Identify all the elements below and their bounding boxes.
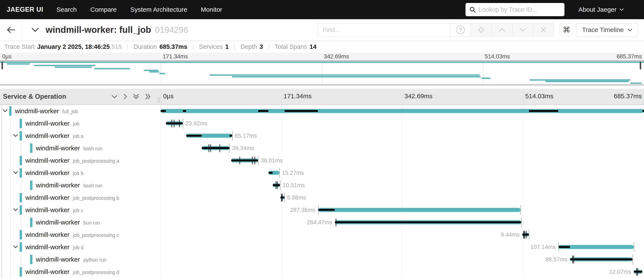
span-row[interactable]: windmill-workerjob a 65.17ms	[0, 130, 644, 142]
minimap-right-scrubber-handle[interactable]	[640, 62, 641, 69]
span-row-track[interactable]: 9.44ms	[160, 228, 644, 241]
trace-id-search-input[interactable]	[479, 6, 560, 13]
span-boundary-marker	[558, 242, 559, 252]
span-row-track[interactable]: 12.07ms	[160, 266, 644, 278]
duration-label: Duration	[134, 43, 157, 50]
span-row-track[interactable]: 65.17ms	[160, 130, 644, 142]
find-help-button[interactable]: ?	[450, 23, 470, 36]
span-expand-chevron-icon[interactable]	[13, 171, 18, 174]
nav-item-system-architecture[interactable]: System Architecture	[130, 6, 187, 13]
span-bar[interactable]	[160, 109, 644, 113]
expand-all-icon[interactable]	[145, 94, 151, 100]
span-row-track[interactable]: 39.34ms	[160, 142, 644, 154]
nav-item-compare[interactable]: Compare	[90, 6, 117, 13]
span-row[interactable]: windmill-workerbash run 10.51ms	[0, 179, 644, 192]
find-input[interactable]	[318, 23, 450, 36]
span-row[interactable]: windmill-workerfull_job 685.37ms	[0, 105, 644, 117]
span-row-track[interactable]: 107.14ms	[160, 241, 644, 253]
span-row-sidebar[interactable]: windmill-workerjob	[0, 117, 160, 130]
span-row-sidebar[interactable]: windmill-workerjob_postprocessing b	[0, 192, 160, 204]
nav-item-search[interactable]: Search	[56, 6, 77, 13]
span-row-sidebar[interactable]: windmill-workerjob d	[0, 241, 160, 253]
trace-view-selector[interactable]: Trace Timeline	[576, 23, 638, 36]
nav-item-monitor[interactable]: Monitor	[201, 6, 222, 13]
span-log-tick	[281, 194, 282, 202]
span-row[interactable]: windmill-workerjob_postprocessing a 38.0…	[0, 154, 644, 167]
total-spans-label: Total Spans	[275, 43, 307, 50]
span-bar[interactable]	[318, 208, 521, 212]
span-row-sidebar[interactable]: windmill-workerjob c	[0, 204, 160, 216]
span-row-track[interactable]: 15.27ms	[160, 167, 644, 179]
span-log-tick	[210, 144, 211, 152]
span-row-track[interactable]: 5.88ms	[160, 192, 644, 204]
span-log-tick	[336, 218, 336, 226]
close-icon	[541, 27, 546, 32]
critical-path-segment	[634, 271, 642, 273]
span-log-tick	[526, 231, 526, 238]
app-brand[interactable]: JAEGER UI	[6, 6, 43, 14]
span-row[interactable]: windmill-workerbun run 264.47ms	[0, 216, 644, 228]
span-row-track[interactable]: 88.57ms	[160, 253, 644, 266]
span-row-sidebar[interactable]: windmill-workerbun run	[0, 216, 160, 228]
span-expand-chevron-icon[interactable]	[2, 109, 8, 112]
span-color-accent	[20, 193, 22, 202]
span-row-track[interactable]: 685.37ms	[160, 105, 644, 117]
minimap-tick-label: 685.37ms	[616, 53, 642, 60]
minimap-left-scrubber-handle[interactable]	[2, 62, 3, 69]
span-row-sidebar[interactable]: windmill-workerjob_postprocessing a	[0, 154, 160, 167]
minimap-span-bar	[94, 68, 130, 69]
find-locate-button[interactable]	[470, 23, 491, 36]
span-log-tick	[254, 157, 255, 164]
span-row[interactable]: windmill-workerjob c 287.36ms	[0, 204, 644, 216]
indent-guide	[10, 167, 11, 179]
collapse-all-icon[interactable]	[133, 94, 139, 100]
trace-minimap[interactable]	[0, 60, 644, 85]
span-service-name: windmill-workerbash run	[36, 179, 102, 192]
back-button[interactable]	[0, 19, 22, 40]
span-row[interactable]: windmill-workerjob d 107.14ms	[0, 241, 644, 253]
span-service-name: windmill-workerjob_postprocessing b	[26, 192, 119, 204]
span-row[interactable]: windmill-workerjob b 15.27ms	[0, 167, 644, 179]
keyboard-shortcuts-button[interactable]: ⌘	[560, 23, 573, 36]
span-operation-name: job b	[73, 170, 84, 176]
span-log-tick	[174, 120, 174, 127]
span-row[interactable]: windmill-workerbash run 39.34ms	[0, 142, 644, 154]
span-row[interactable]: windmill-workerjob_postprocessing c 9.44…	[0, 228, 644, 241]
span-row-track[interactable]: 23.92ms	[160, 117, 644, 130]
span-expand-chevron-icon[interactable]	[13, 245, 18, 248]
span-expand-chevron-icon[interactable]	[13, 208, 18, 211]
span-row[interactable]: windmill-workerjob 23.92ms	[0, 117, 644, 130]
span-row-track[interactable]: 264.47ms	[160, 216, 644, 228]
axis-gridline	[523, 89, 523, 104]
span-row-track[interactable]: 38.01ms	[160, 154, 644, 167]
find-prev-button[interactable]	[491, 23, 512, 36]
collapse-one-icon[interactable]	[112, 95, 118, 98]
about-jaeger-menu[interactable]: About Jaeger	[578, 6, 624, 13]
find-next-button[interactable]	[512, 23, 533, 36]
span-row-track[interactable]: 287.36ms	[160, 204, 644, 216]
column-resizer-grip[interactable]	[158, 98, 160, 103]
span-row-sidebar[interactable]: windmill-workerfull_job	[0, 105, 160, 117]
span-expand-chevron-icon[interactable]	[13, 134, 18, 137]
indent-guide	[21, 179, 21, 192]
span-row-track[interactable]: 10.51ms	[160, 179, 644, 192]
find-clear-button[interactable]	[533, 23, 554, 36]
span-row-sidebar[interactable]: windmill-workerjob b	[0, 167, 160, 179]
search-icon	[469, 6, 476, 13]
critical-path-segment	[160, 110, 166, 112]
span-row-sidebar[interactable]: windmill-workerbash run	[0, 142, 160, 154]
find-toolbar: ?	[318, 23, 554, 36]
span-row[interactable]: windmill-workerjob_postprocessing d 12.0…	[0, 266, 644, 278]
trace-collapse-chevron-icon[interactable]	[32, 28, 39, 32]
span-row-sidebar[interactable]: windmill-workerjob a	[0, 130, 160, 142]
span-log-tick	[179, 120, 180, 127]
span-row-sidebar[interactable]: windmill-workerjob_postprocessing d	[0, 266, 160, 278]
span-row-sidebar[interactable]: windmill-workerpython run	[0, 253, 160, 266]
expand-one-icon[interactable]	[124, 94, 127, 100]
services-value: 1	[225, 43, 228, 50]
trace-id-search-box[interactable]	[466, 3, 564, 16]
span-row-sidebar[interactable]: windmill-workerbash run	[0, 179, 160, 192]
span-row-sidebar[interactable]: windmill-workerjob_postprocessing c	[0, 228, 160, 241]
span-row[interactable]: windmill-workerpython run 88.57ms	[0, 253, 644, 266]
span-row[interactable]: windmill-workerjob_postprocessing b 5.88…	[0, 192, 644, 204]
